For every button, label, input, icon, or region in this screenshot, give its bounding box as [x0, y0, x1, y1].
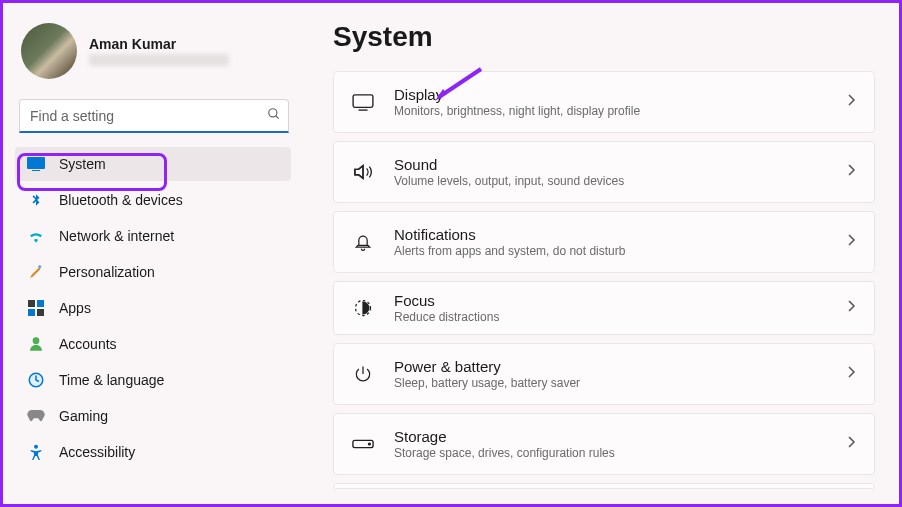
card-text: Focus Reduce distractions: [374, 292, 846, 324]
chevron-right-icon: [846, 435, 856, 453]
setting-card-sound[interactable]: Sound Volume levels, output, input, soun…: [333, 141, 875, 203]
svg-rect-2: [27, 157, 45, 169]
card-text: Notifications Alerts from apps and syste…: [374, 226, 846, 258]
card-subtitle: Alerts from apps and system, do not dist…: [394, 244, 846, 258]
search-input[interactable]: [19, 99, 289, 133]
person-icon: [27, 335, 45, 353]
card-subtitle: Reduce distractions: [394, 310, 846, 324]
sidebar-item-label: Network & internet: [59, 228, 174, 244]
accessibility-icon: [27, 443, 45, 461]
card-title: Storage: [394, 428, 846, 445]
paintbrush-icon: [27, 263, 45, 281]
power-icon: [352, 363, 374, 385]
system-icon: [27, 155, 45, 173]
card-subtitle: Monitors, brightness, night light, displ…: [394, 104, 846, 118]
card-text: Display Monitors, brightness, night ligh…: [374, 86, 846, 118]
user-name: Aman Kumar: [89, 36, 229, 52]
svg-point-11: [34, 445, 38, 449]
sidebar: Aman Kumar System Bluetooth & devices Ne: [3, 3, 303, 504]
sidebar-item-label: System: [59, 156, 106, 172]
sidebar-item-label: Apps: [59, 300, 91, 316]
sidebar-item-personalization[interactable]: Personalization: [15, 255, 291, 289]
svg-line-1: [276, 116, 279, 119]
svg-rect-6: [37, 300, 44, 307]
svg-rect-4: [38, 265, 42, 269]
setting-card-display[interactable]: Display Monitors, brightness, night ligh…: [333, 71, 875, 133]
sound-icon: [352, 161, 374, 183]
card-subtitle: Sleep, battery usage, battery saver: [394, 376, 846, 390]
account-text: Aman Kumar: [89, 36, 229, 66]
page-title: System: [333, 21, 875, 53]
svg-rect-5: [28, 300, 35, 307]
sidebar-item-label: Accessibility: [59, 444, 135, 460]
sidebar-item-label: Accounts: [59, 336, 117, 352]
bluetooth-icon: [27, 191, 45, 209]
display-icon: [352, 91, 374, 113]
sidebar-item-accessibility[interactable]: Accessibility: [15, 435, 291, 469]
user-subtitle-redacted: [89, 54, 229, 66]
card-text: Sound Volume levels, output, input, soun…: [374, 156, 846, 188]
sidebar-nav: System Bluetooth & devices Network & int…: [15, 147, 291, 469]
settings-card-list: Display Monitors, brightness, night ligh…: [333, 71, 875, 489]
chevron-right-icon: [846, 233, 856, 251]
card-subtitle: Storage space, drives, configuration rul…: [394, 446, 846, 460]
sidebar-item-time-language[interactable]: Time & language: [15, 363, 291, 397]
sidebar-item-label: Gaming: [59, 408, 108, 424]
storage-icon: [352, 433, 374, 455]
gamepad-icon: [27, 407, 45, 425]
setting-card-focus[interactable]: Focus Reduce distractions: [333, 281, 875, 335]
sidebar-item-network[interactable]: Network & internet: [15, 219, 291, 253]
setting-card-notifications[interactable]: Notifications Alerts from apps and syste…: [333, 211, 875, 273]
search-icon: [267, 107, 281, 125]
search-wrap: [19, 99, 289, 133]
setting-card-power[interactable]: Power & battery Sleep, battery usage, ba…: [333, 343, 875, 405]
clock-globe-icon: [27, 371, 45, 389]
svg-rect-8: [37, 309, 44, 316]
sidebar-item-label: Bluetooth & devices: [59, 192, 183, 208]
sidebar-item-label: Personalization: [59, 264, 155, 280]
bell-icon: [352, 231, 374, 253]
wifi-icon: [27, 227, 45, 245]
sidebar-item-system[interactable]: System: [15, 147, 291, 181]
svg-point-9: [33, 337, 40, 344]
sidebar-item-bluetooth[interactable]: Bluetooth & devices: [15, 183, 291, 217]
chevron-right-icon: [846, 299, 856, 317]
svg-point-16: [369, 443, 371, 445]
setting-card-partial[interactable]: [333, 483, 875, 489]
sidebar-item-apps[interactable]: Apps: [15, 291, 291, 325]
chevron-right-icon: [846, 93, 856, 111]
svg-rect-3: [32, 170, 40, 171]
card-text: Power & battery Sleep, battery usage, ba…: [374, 358, 846, 390]
svg-point-0: [269, 109, 277, 117]
sidebar-item-accounts[interactable]: Accounts: [15, 327, 291, 361]
sidebar-item-label: Time & language: [59, 372, 164, 388]
card-title: Focus: [394, 292, 846, 309]
setting-card-storage[interactable]: Storage Storage space, drives, configura…: [333, 413, 875, 475]
svg-rect-12: [353, 95, 373, 108]
apps-icon: [27, 299, 45, 317]
main-content: System Display Monitors, brightness, nig…: [303, 3, 899, 504]
card-title: Power & battery: [394, 358, 846, 375]
avatar: [21, 23, 77, 79]
card-title: Sound: [394, 156, 846, 173]
card-subtitle: Volume levels, output, input, sound devi…: [394, 174, 846, 188]
chevron-right-icon: [846, 163, 856, 181]
chevron-right-icon: [846, 365, 856, 383]
card-title: Display: [394, 86, 846, 103]
card-text: Storage Storage space, drives, configura…: [374, 428, 846, 460]
card-title: Notifications: [394, 226, 846, 243]
svg-rect-7: [28, 309, 35, 316]
sidebar-item-gaming[interactable]: Gaming: [15, 399, 291, 433]
account-header[interactable]: Aman Kumar: [15, 17, 291, 89]
focus-icon: [352, 297, 374, 319]
